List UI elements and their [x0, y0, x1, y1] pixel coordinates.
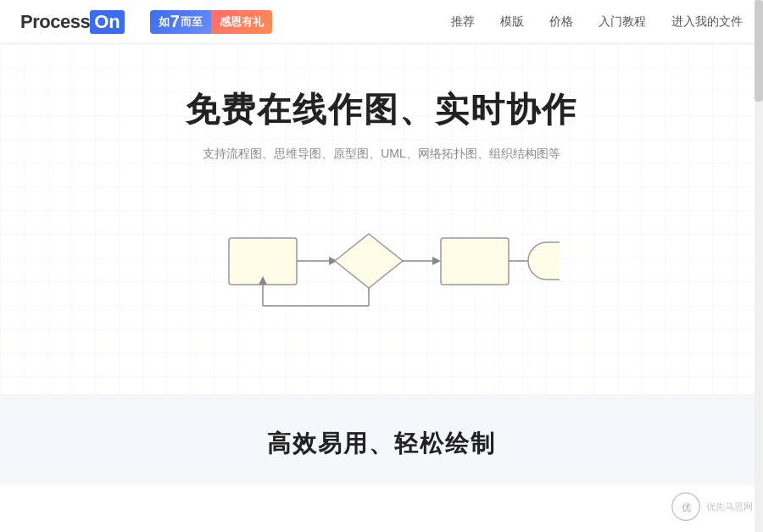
watermark: 优 优先马思网 — [671, 491, 753, 522]
hero-section: 免费在线作图、实时协作 支持流程图、思维导图、原型图、UML、网络拓扑图、组织结… — [0, 44, 763, 394]
nav-recommend[interactable]: 推荐 — [451, 14, 475, 30]
flowchart-terminal — [528, 242, 560, 280]
nav-myfiles[interactable]: 进入我的文件 — [671, 14, 743, 30]
nav-template[interactable]: 模版 — [500, 14, 524, 30]
watermark-text: 优先马思网 — [706, 501, 753, 513]
flowchart-diagram — [0, 196, 763, 335]
nav-tutorial[interactable]: 入门教程 — [599, 14, 646, 30]
scrollbar-thumb[interactable] — [755, 0, 763, 102]
diagram-svg-wrapper — [203, 196, 560, 335]
lower-title: 高效易用、轻松绘制 — [0, 428, 763, 460]
lower-section: 高效易用、轻松绘制 — [0, 394, 763, 485]
promo-left: 如7而至 — [150, 10, 211, 34]
logo-process-text: Process — [20, 11, 90, 33]
nav-price[interactable]: 价格 — [549, 14, 573, 30]
watermark-icon: 优 — [671, 491, 701, 522]
flowchart-box2 — [441, 238, 509, 285]
flowchart-svg — [203, 196, 560, 331]
flowchart-diamond — [335, 234, 403, 288]
logo[interactable]: ProcessOn — [20, 10, 125, 34]
promo-right-text: 感恩有礼 — [211, 10, 272, 34]
hero-title: 免费在线作图、实时协作 — [0, 86, 763, 133]
scrollbar[interactable] — [755, 0, 763, 532]
nav: 推荐 模版 价格 入门教程 进入我的文件 — [451, 14, 743, 30]
logo-on-text: On — [90, 10, 125, 34]
hero-subtitle: 支持流程图、思维导图、原型图、UML、网络拓扑图、组织结构图等 — [0, 147, 763, 162]
arrow2-head — [432, 257, 441, 265]
promo-banner[interactable]: 如7而至 感恩有礼 — [150, 10, 272, 34]
svg-text:优: 优 — [681, 502, 692, 513]
header: ProcessOn 如7而至 感恩有礼 推荐 模版 价格 入门教程 进入我的文件 — [0, 0, 763, 44]
